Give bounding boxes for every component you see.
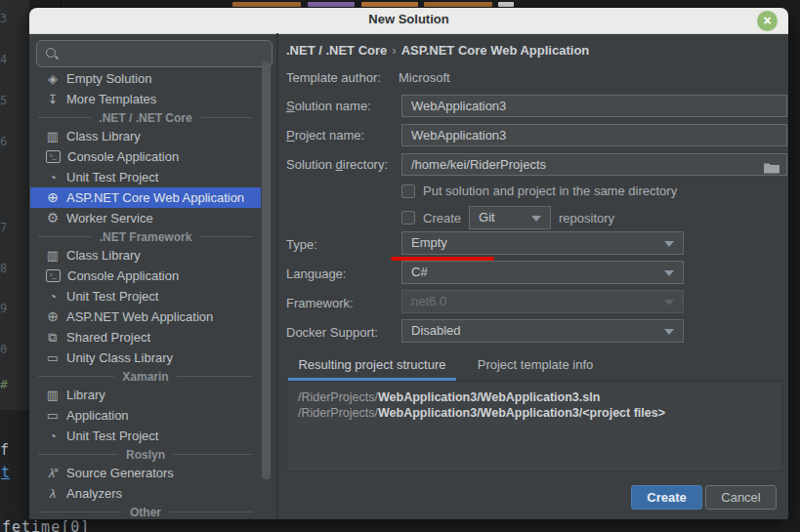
type-dropdown[interactable]: Empty [401, 231, 684, 255]
section-header-dotnet-core: .NET / .NET Core [30, 109, 261, 126]
editor-line-number: 0 [0, 343, 7, 356]
sidebar-item-label: Class Library [66, 248, 141, 263]
label-text: roject name: [295, 128, 365, 143]
new-solution-dialog: New Solution × Empty Solution More Templ… [29, 8, 788, 519]
templates-scrollbar[interactable] [262, 61, 271, 479]
sidebar-item-xamarin-unit-test[interactable]: Unit Test Project [30, 426, 261, 446]
sidebar-item-class-library-fw[interactable]: Class Library [30, 245, 261, 266]
solution-name-label: Solution name: [286, 99, 371, 113]
sidebar-item-label: Unit Test Project [66, 429, 158, 443]
tab-project-template-info[interactable]: Project template info [467, 353, 604, 379]
sidebar-item-label: Analyzers [66, 486, 122, 501]
sidebar-item-class-library[interactable]: Class Library [30, 126, 261, 146]
cancel-button[interactable]: Cancel [705, 485, 777, 510]
sidebar-item-source-generators[interactable]: Source Generators [30, 463, 261, 483]
project-name-input[interactable]: WebApplication3 [401, 124, 787, 146]
sidebar-item-label: Shared Project [66, 330, 150, 345]
template-list: Empty Solution More Templates .NET / .NE… [30, 68, 261, 519]
docker-support-dropdown[interactable]: Disabled [401, 319, 684, 343]
create-repo-checkbox[interactable] [401, 211, 415, 225]
active-tab-underline [288, 378, 456, 381]
breadcrumb-item: ASP.NET Core Web Application [401, 43, 590, 58]
folder-icon[interactable] [764, 159, 779, 180]
sidebar-item-more-templates[interactable]: More Templates [30, 89, 261, 109]
section-header-roslyn: Roslyn [30, 446, 261, 463]
sidebar-item-unit-test-project[interactable]: Unit Test Project [30, 167, 261, 187]
code-link-char: t [1, 464, 10, 481]
close-button[interactable]: × [757, 11, 778, 31]
create-repo-label: Create [423, 211, 461, 225]
window-titlebar[interactable]: New Solution × [29, 8, 788, 34]
docker-support-value: Disabled [411, 323, 461, 338]
chevron-down-icon [664, 241, 674, 247]
library-icon [45, 388, 61, 403]
chevron-down-icon [664, 329, 674, 335]
editor-line-number: 6 [0, 135, 7, 148]
create-repository-option[interactable]: Create Git repository [401, 206, 614, 229]
docker-support-label: Docker Support: [286, 325, 378, 340]
library-icon [45, 129, 61, 144]
solution-name-input[interactable]: WebApplication3 [401, 95, 787, 117]
breadcrumb-separator: › [387, 43, 400, 58]
section-header-other: Other [30, 504, 261, 519]
language-dropdown[interactable]: C# [401, 261, 684, 284]
sidebar-item-aspnet-web-application[interactable]: ASP.NET Web Application [30, 307, 261, 327]
same-directory-checkbox[interactable] [401, 184, 415, 198]
unit-test-icon [45, 429, 61, 444]
sidebar-item-label: Console Application [67, 268, 179, 283]
console-icon [46, 150, 61, 163]
sidebar-item-label: Worker Service [66, 211, 153, 225]
template-search-box[interactable] [36, 40, 273, 67]
path-main: WebApplication3/WebApplication3/<project… [378, 406, 665, 420]
sidebar-item-console-application[interactable]: Console Application [30, 146, 261, 167]
editor-line-number: 5 [0, 94, 7, 107]
code-char: # [0, 377, 8, 391]
solution-directory-label: Solution directory: [286, 157, 388, 172]
sidebar-item-aspnet-core-web-application[interactable]: ASP.NET Core Web Application [30, 187, 261, 208]
editor-line-number: 7 [0, 221, 7, 234]
sidebar-item-shared-project[interactable]: Shared Project [30, 327, 261, 348]
globe-icon [45, 308, 61, 325]
sidebar-item-unity-class-library[interactable]: Unity Class Library [30, 348, 261, 368]
sidebar-item-xamarin-application[interactable]: Application [30, 405, 261, 426]
create-button[interactable]: Create [631, 485, 702, 510]
result-line: /RiderProjects/WebApplication3/WebApplic… [298, 389, 781, 405]
type-value: Empty [411, 235, 447, 250]
sidebar-item-xamarin-library[interactable]: Library [30, 385, 261, 405]
path-prefix: /RiderProjects/ [298, 406, 378, 420]
language-label: Language: [286, 266, 346, 281]
sidebar-item-label: Unity Class Library [66, 350, 173, 365]
sidebar-item-label: Source Generators [66, 466, 174, 480]
sidebar-item-label: More Templates [66, 92, 156, 106]
search-input[interactable] [63, 43, 267, 64]
editor-line-number: 9 [0, 302, 7, 315]
search-icon [46, 48, 56, 58]
code-fragment [308, 2, 355, 7]
chevron-down-icon [664, 300, 674, 306]
vcs-value: Git [479, 210, 495, 225]
result-line: /RiderProjects/WebApplication3/WebApplic… [298, 405, 781, 421]
sidebar-item-console-application-fw[interactable]: Console Application [30, 266, 261, 286]
path-prefix: /RiderProjects/ [298, 390, 378, 404]
directory-path: /home/kei/RiderProjects [411, 157, 546, 172]
same-directory-option[interactable]: Put solution and project in the same dir… [401, 184, 677, 198]
sidebar-item-label: Unit Test Project [66, 170, 158, 184]
unit-test-icon [45, 170, 61, 185]
sidebar-item-unit-test-project-fw[interactable]: Unit Test Project [30, 286, 261, 307]
resulting-structure-panel: /RiderProjects/WebApplication3/WebApplic… [286, 382, 782, 471]
editor-line-number: 4 [0, 53, 7, 66]
lambda-star-icon [45, 466, 61, 481]
sidebar-item-empty-solution[interactable]: Empty Solution [30, 68, 261, 89]
section-header-xamarin: Xamarin [30, 368, 261, 385]
chevron-down-icon [664, 270, 674, 276]
sidebar-item-label: ASP.NET Core Web Application [66, 190, 244, 205]
rectangle-icon [45, 350, 61, 366]
sidebar-item-worker-service[interactable]: Worker Service [30, 208, 261, 228]
sidebar-item-analyzers[interactable]: Analyzers [30, 483, 261, 504]
tab-resulting-project-structure[interactable]: Resulting project structure [288, 353, 456, 379]
vcs-dropdown[interactable]: Git [469, 206, 551, 229]
solution-directory-input[interactable]: /home/kei/RiderProjects [401, 153, 787, 176]
sidebar-item-label: Library [66, 388, 105, 402]
shared-project-icon [45, 330, 61, 346]
sidebar-item-label: Console Application [67, 149, 179, 164]
